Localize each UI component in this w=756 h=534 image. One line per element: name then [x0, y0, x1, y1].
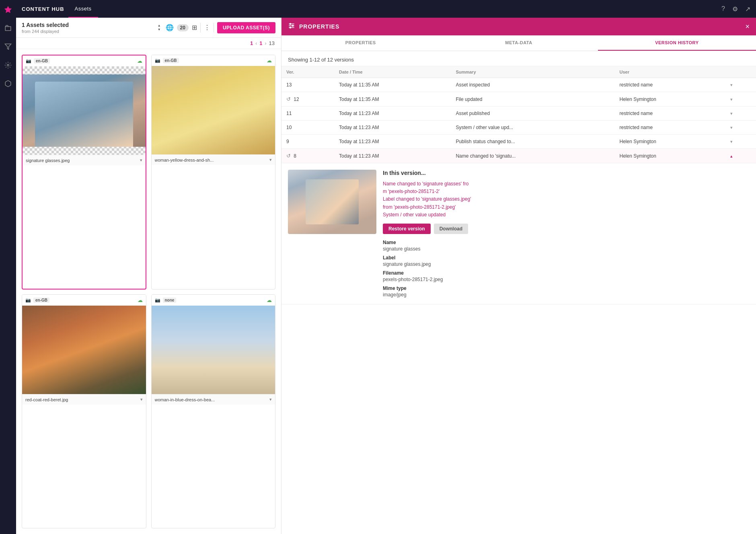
version-row-11[interactable]: 11 Today at 11:23 AM Asset published res…	[281, 107, 756, 121]
ver-chevron-8[interactable]: ▴	[724, 149, 756, 163]
col-datetime: Date / Time	[334, 66, 451, 78]
properties-tabs: PROPERTIES META-DATA VERSION HISTORY	[281, 35, 756, 51]
toolbar-controls: ▲ ▼ 🌐 20 ⊞ ⋮ UPLOAD ASSET(S)	[156, 22, 275, 33]
camera-icon-2: 📷	[155, 58, 160, 63]
camera-icon-3: 📷	[25, 298, 31, 303]
asset-expand-3[interactable]: ▾	[140, 397, 143, 402]
upload-assets-button[interactable]: UPLOAD ASSET(S)	[217, 22, 275, 33]
change-line-4: from 'pexels-photo-285171-2.jpeg'	[383, 203, 750, 211]
lang-badge-2: en-GB	[163, 58, 179, 63]
change-line-3: Label changed to 'signature glasses.jpeg…	[383, 195, 750, 203]
tab-properties[interactable]: PROPERTIES	[281, 35, 440, 51]
tab-version-history[interactable]: VERSION HISTORY	[598, 35, 756, 51]
asset-card-1-footer: signature glasses.jpeg ▾	[23, 155, 146, 165]
version-row-9[interactable]: 9 Today at 11:23 AM Publish status chang…	[281, 135, 756, 149]
restore-version-button[interactable]: Restore version	[383, 224, 431, 234]
version-row-8[interactable]: ↺ 8 Today at 11:23 AM Name changed to 's…	[281, 149, 756, 163]
settings-icon[interactable]: ⚙	[732, 5, 738, 13]
version-showing-text: Showing 1-12 of 12 versions	[281, 51, 756, 66]
restore-icon-8: ↺	[286, 153, 291, 159]
expanded-inner: In this version... Name changed to 'sign…	[288, 170, 750, 298]
asset-card-2-footer: woman-yellow-dress-and-sh... ▾	[152, 154, 275, 165]
version-info: In this version... Name changed to 'sign…	[383, 170, 750, 298]
properties-header-icon	[288, 22, 295, 31]
share-icon[interactable]: ↗	[745, 5, 750, 13]
cloud-icon-4: ☁	[267, 297, 272, 303]
help-icon[interactable]: ?	[721, 5, 725, 12]
version-row-13[interactable]: 13 Today at 11:35 AM Asset inspected res…	[281, 78, 756, 92]
col-expand	[724, 66, 756, 78]
version-actions: Restore version Download	[383, 224, 750, 234]
main-area: CONTENT HUB Assets ? ⚙ ↗ 1 Assets select…	[16, 0, 756, 534]
page-start: 1	[250, 40, 253, 46]
ver-num-11: 11	[281, 107, 334, 121]
ver-datetime-12: Today at 11:35 AM	[334, 92, 451, 107]
ver-summary-12: File updated	[451, 92, 614, 107]
properties-close-button[interactable]: ×	[745, 23, 750, 31]
asset-card-1-header: 📷 en-GB ☁	[23, 55, 146, 66]
prev-page-button[interactable]: ‹	[255, 41, 257, 46]
ver-chevron-13[interactable]: ▾	[724, 78, 756, 92]
ver-chevron-9[interactable]: ▾	[724, 135, 756, 149]
field-filename-label: Filename	[383, 270, 750, 276]
ver-chevron-10[interactable]: ▾	[724, 121, 756, 135]
field-label-label: Label	[383, 255, 750, 261]
asset-image-2	[152, 66, 275, 154]
change-line-1: Name changed to 'signature glasses' fro	[383, 180, 750, 188]
field-name-value: signature glasses	[383, 246, 750, 252]
version-changes: Name changed to 'signature glasses' fro …	[383, 180, 750, 219]
next-page-button[interactable]: ›	[265, 41, 267, 46]
ver-datetime-9: Today at 11:23 AM	[334, 135, 451, 149]
ver-chevron-11[interactable]: ▾	[724, 107, 756, 121]
items-count-badge[interactable]: 20	[177, 24, 189, 31]
sidebar-tools-icon[interactable]	[2, 60, 14, 71]
ver-user-13: restricted name	[615, 78, 724, 92]
field-filename-value: pexels-photo-285171-2.jpeg	[383, 277, 750, 282]
change-line-5: System / other value updated	[383, 211, 750, 219]
assets-area: 1 Assets selected from 244 displayed ▲ ▼…	[16, 18, 756, 534]
sidebar-filter-icon[interactable]	[2, 41, 14, 52]
asset-expand-4[interactable]: ▾	[269, 397, 272, 402]
version-table-header: Ver. Date / Time Summary User	[281, 66, 756, 78]
ver-num-13: 13	[281, 78, 334, 92]
col-user: User	[615, 66, 724, 78]
globe-icon[interactable]: 🌐	[166, 24, 174, 31]
sort-button[interactable]: ▲ ▼	[156, 23, 162, 33]
properties-panel: PROPERTIES × PROPERTIES META-DATA VERSIO…	[281, 18, 756, 534]
version-row-10[interactable]: 10 Today at 11:23 AM System / other valu…	[281, 121, 756, 135]
asset-card-4[interactable]: 📷 none ☁ woman-in-blue-dress-on-bea... ▾	[151, 294, 276, 528]
nav-tab-assets[interactable]: Assets	[68, 0, 98, 18]
asset-expand-1[interactable]: ▾	[140, 158, 142, 163]
ver-user-10: restricted name	[615, 121, 724, 135]
ver-num-10: 10	[281, 121, 334, 135]
ver-summary-13: Asset inspected	[451, 78, 614, 92]
lang-badge-1: en-GB	[34, 58, 50, 64]
ver-num-12: ↺ 12	[281, 92, 334, 107]
svg-point-6	[290, 23, 291, 25]
sidebar-box-icon[interactable]	[2, 78, 14, 89]
ver-chevron-12[interactable]: ▾	[724, 92, 756, 107]
ver-datetime-13: Today at 11:35 AM	[334, 78, 451, 92]
ver-datetime-8: Today at 11:23 AM	[334, 149, 451, 163]
version-row-12[interactable]: ↺ 12 Today at 11:35 AM File updated Hele…	[281, 92, 756, 107]
sidebar	[0, 0, 16, 534]
assets-panel: 1 Assets selected from 244 displayed ▲ ▼…	[16, 18, 281, 534]
asset-card-3-footer: red-coat-red-beret.jpg ▾	[22, 394, 146, 405]
asset-card-1[interactable]: 📷 en-GB ☁ signature glasses.jpeg ▾	[22, 55, 146, 290]
tab-metadata[interactable]: META-DATA	[440, 35, 598, 51]
asset-card-2[interactable]: 📷 en-GB ☁ woman-yellow-dress-and-sh... ▾	[151, 55, 276, 290]
sidebar-folder-icon[interactable]	[2, 23, 14, 34]
more-options-icon[interactable]: ⋮	[204, 24, 210, 31]
asset-card-3[interactable]: 📷 en-GB ☁ red-coat-red-beret.jpg ▾	[22, 294, 146, 528]
ver-user-11: restricted name	[615, 107, 724, 121]
field-mimetype-value: image/jpeg	[383, 292, 750, 298]
asset-expand-2[interactable]: ▾	[269, 157, 272, 162]
lang-badge-3: en-GB	[33, 298, 49, 303]
grid-view-icon[interactable]: ⊞	[192, 24, 197, 31]
asset-image-1	[23, 66, 146, 155]
change-line-2: m 'pexels-photo-285171-2'	[383, 188, 750, 195]
svg-point-2	[7, 64, 9, 66]
download-version-button[interactable]: Download	[434, 224, 468, 234]
ver-summary-9: Publish status changed to...	[451, 135, 614, 149]
logo-icon[interactable]	[2, 4, 14, 15]
